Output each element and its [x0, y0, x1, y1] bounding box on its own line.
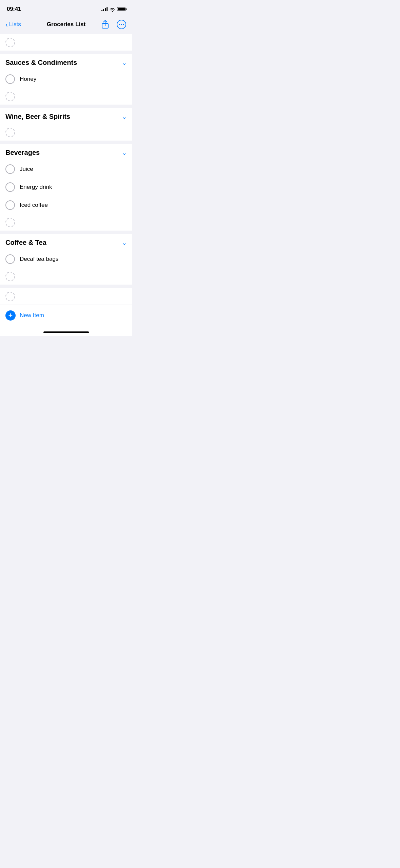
chevron-down-icon-coffee-tea: ⌄	[122, 239, 127, 247]
checkbox-dashed-coffee-tea[interactable]	[5, 272, 15, 281]
list-item-dashed-wine[interactable]	[0, 124, 132, 141]
new-item-row[interactable]: New Item	[0, 305, 132, 326]
new-item-plus-icon[interactable]	[5, 310, 16, 321]
chevron-down-icon-wine: ⌄	[122, 113, 127, 121]
nav-actions	[100, 19, 127, 30]
list-item[interactable]	[0, 34, 132, 51]
list-item-dashed-beverages[interactable]	[0, 214, 132, 231]
back-button[interactable]: ‹ Lists	[5, 21, 33, 28]
section-separator-4	[0, 231, 132, 234]
section-wine: Wine, Beer & Spirits ⌄	[0, 108, 132, 141]
chevron-down-icon-sauces: ⌄	[122, 59, 127, 67]
home-indicator	[0, 329, 132, 336]
svg-point-5	[123, 24, 124, 25]
signal-icon	[101, 7, 108, 11]
battery-icon	[117, 7, 126, 11]
checkbox-energy-drink[interactable]	[5, 182, 15, 192]
list-item-iced-coffee[interactable]: Iced coffee	[0, 196, 132, 214]
section-title-sauces: Sauces & Condiments	[5, 59, 77, 67]
list-item-honey[interactable]: Honey	[0, 70, 132, 88]
section-beverages: Beverages ⌄ Juice Energy drink Iced coff…	[0, 144, 132, 231]
item-label-honey: Honey	[20, 76, 36, 83]
item-label-decaf-tea: Decaf tea bags	[20, 256, 58, 263]
bottom-section: New Item	[0, 288, 132, 329]
list-item-decaf-tea[interactable]: Decaf tea bags	[0, 250, 132, 268]
home-indicator-bar	[43, 331, 89, 333]
svg-point-4	[121, 24, 122, 25]
nav-bar: ‹ Lists Groceries List	[0, 16, 132, 34]
section-title-beverages: Beverages	[5, 149, 40, 157]
checkbox-iced-coffee[interactable]	[5, 200, 15, 210]
status-icons	[101, 7, 126, 11]
section-coffee-tea: Coffee & Tea ⌄ Decaf tea bags	[0, 234, 132, 285]
checkbox-dashed-bottom[interactable]	[5, 292, 15, 301]
list-item-dashed-coffee-tea[interactable]	[0, 268, 132, 285]
section-header-wine[interactable]: Wine, Beer & Spirits ⌄	[0, 108, 132, 124]
checkbox-juice[interactable]	[5, 164, 15, 174]
main-content: Sauces & Condiments ⌄ Honey Wine, Beer &…	[0, 34, 132, 329]
more-button[interactable]	[116, 19, 127, 30]
list-item-dashed-bottom[interactable]	[0, 288, 132, 305]
checkbox-honey[interactable]	[5, 74, 15, 84]
section-title-wine: Wine, Beer & Spirits	[5, 113, 70, 121]
checkbox-decaf-tea[interactable]	[5, 254, 15, 264]
list-item-juice[interactable]: Juice	[0, 160, 132, 178]
back-label: Lists	[9, 21, 21, 28]
section-separator	[0, 51, 132, 54]
section-separator-3	[0, 141, 132, 144]
page-title: Groceries List	[33, 21, 100, 28]
list-item-energy-drink[interactable]: Energy drink	[0, 178, 132, 196]
section-header-beverages[interactable]: Beverages ⌄	[0, 144, 132, 160]
checkbox-dashed-beverages[interactable]	[5, 218, 15, 227]
section-title-coffee-tea: Coffee & Tea	[5, 239, 46, 247]
list-item-dashed-sauces[interactable]	[0, 88, 132, 105]
wifi-icon	[110, 7, 115, 11]
checkbox-dashed-wine[interactable]	[5, 128, 15, 137]
back-chevron-icon: ‹	[5, 21, 8, 28]
new-item-label[interactable]: New Item	[20, 312, 44, 319]
item-label-energy-drink: Energy drink	[20, 184, 52, 191]
section-sauces: Sauces & Condiments ⌄ Honey	[0, 54, 132, 105]
item-label-juice: Juice	[20, 166, 33, 173]
item-label-iced-coffee: Iced coffee	[20, 202, 48, 209]
section-header-sauces[interactable]: Sauces & Condiments ⌄	[0, 54, 132, 70]
svg-point-3	[119, 24, 120, 25]
section-separator-5	[0, 285, 132, 288]
share-button[interactable]	[100, 19, 111, 30]
status-time: 09:41	[7, 6, 21, 13]
chevron-down-icon-beverages: ⌄	[122, 149, 127, 157]
status-bar: 09:41	[0, 0, 132, 16]
checkbox-dashed-sauces[interactable]	[5, 92, 15, 101]
section-header-coffee-tea[interactable]: Coffee & Tea ⌄	[0, 234, 132, 250]
section-separator-2	[0, 105, 132, 108]
checkbox-dashed[interactable]	[5, 38, 15, 47]
